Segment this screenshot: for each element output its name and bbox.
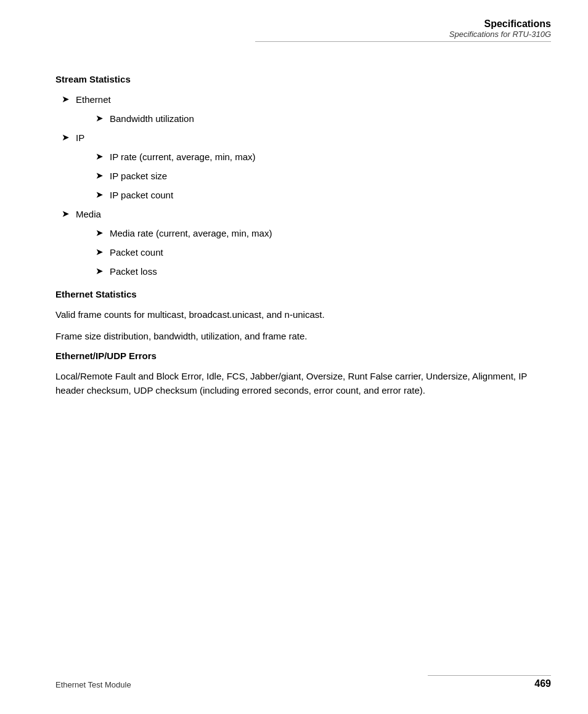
arrow-icon-10: ➤ <box>96 265 104 278</box>
packet-loss-item: ➤ Packet loss <box>96 265 551 278</box>
packet-loss-label: Packet loss <box>110 265 157 278</box>
ethernet-label: Ethernet <box>76 93 111 106</box>
ip-label: IP <box>76 131 84 144</box>
ethernet-statistics-heading: Ethernet Statistics <box>55 289 551 299</box>
media-label: Media <box>76 208 101 221</box>
arrow-icon-8: ➤ <box>96 227 104 240</box>
arrow-icon-9: ➤ <box>96 246 104 259</box>
media-subitems: ➤ Media rate (current, average, min, max… <box>96 227 551 278</box>
arrow-icon: ➤ <box>62 93 70 106</box>
stream-statistics-heading: Stream Statistics <box>55 74 551 84</box>
ip-rate-item: ➤ IP rate (current, average, min, max) <box>96 150 551 163</box>
ip-rate-label: IP rate (current, average, min, max) <box>110 150 255 163</box>
header-title: Specifications <box>255 18 551 30</box>
ethernet-list-item: ➤ Ethernet ➤ Bandwidth utilization <box>62 93 551 125</box>
footer-page-number: 469 <box>534 678 551 689</box>
footer-right: 469 <box>428 675 551 689</box>
ip-packet-count-item: ➤ IP packet count <box>96 189 551 201</box>
ethernet-statistics-para2: Frame size distribution, bandwidth, util… <box>55 330 551 344</box>
ethernet-ip-udp-errors-heading: Ethernet/IP/UDP Errors <box>55 351 551 361</box>
main-content: Stream Statistics ➤ Ethernet ➤ Bandwidth… <box>55 74 551 405</box>
bandwidth-utilization-label: Bandwidth utilization <box>110 112 194 125</box>
ip-packet-size-label: IP packet size <box>110 169 167 182</box>
arrow-icon-5: ➤ <box>96 169 104 182</box>
arrow-icon-7: ➤ <box>62 208 70 221</box>
ethernet-subitems: ➤ Bandwidth utilization <box>96 112 551 125</box>
bandwidth-utilization-item: ➤ Bandwidth utilization <box>96 112 551 125</box>
arrow-icon-4: ➤ <box>96 150 104 163</box>
ip-subitems: ➤ IP rate (current, average, min, max) ➤… <box>96 150 551 201</box>
header-subtitle: Specifications for RTU-310G <box>255 30 551 39</box>
ethernet-statistics-para1: Valid frame counts for multicast, broadc… <box>55 308 551 322</box>
page-footer: Ethernet Test Module 469 <box>55 675 551 689</box>
ip-packet-count-label: IP packet count <box>110 189 173 201</box>
media-list-item: ➤ Media ➤ Media rate (current, average, … <box>62 208 551 278</box>
ip-list-item: ➤ IP ➤ IP rate (current, average, min, m… <box>62 131 551 201</box>
ip-packet-size-item: ➤ IP packet size <box>96 169 551 182</box>
arrow-icon-2: ➤ <box>96 112 104 125</box>
footer-rule <box>428 675 551 676</box>
media-item: ➤ Media <box>62 208 551 221</box>
arrow-icon-6: ➤ <box>96 189 104 201</box>
packet-count-item: ➤ Packet count <box>96 246 551 259</box>
media-rate-label: Media rate (current, average, min, max) <box>110 227 272 240</box>
ip-item: ➤ IP <box>62 131 551 144</box>
ethernet-errors-para: Local/Remote Fault and Block Error, Idle… <box>55 370 551 397</box>
packet-count-label: Packet count <box>110 246 163 259</box>
header-rule <box>255 41 551 42</box>
arrow-icon-3: ➤ <box>62 131 70 144</box>
page-header: Specifications Specifications for RTU-31… <box>255 18 551 42</box>
footer-label: Ethernet Test Module <box>55 680 131 689</box>
ethernet-item: ➤ Ethernet <box>62 93 551 106</box>
media-rate-item: ➤ Media rate (current, average, min, max… <box>96 227 551 240</box>
page-container: Specifications Specifications for RTU-31… <box>0 0 588 714</box>
